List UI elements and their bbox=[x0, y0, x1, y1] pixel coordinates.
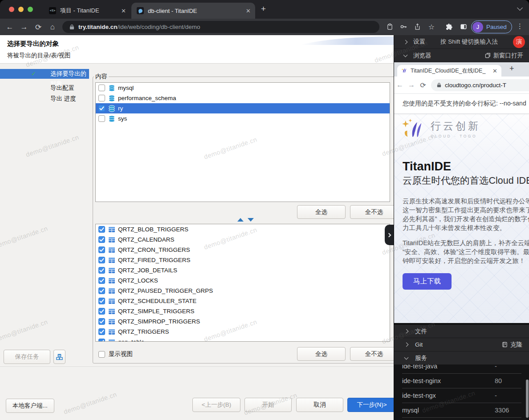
row-checkbox[interactable] bbox=[98, 339, 105, 342]
row-checkbox[interactable] bbox=[98, 226, 105, 233]
table-name: QRTZ_BLOB_TRIGGERS bbox=[118, 226, 188, 233]
wizard-step-1[interactable]: ✓选择要导出的对象 bbox=[0, 69, 89, 79]
password-key-icon[interactable] bbox=[398, 21, 409, 32]
service-row[interactable]: ide-test-nginx80 bbox=[402, 374, 521, 388]
database-row[interactable]: sys bbox=[96, 113, 390, 124]
reload-button[interactable]: ⟳ bbox=[33, 22, 44, 32]
browser-tab-project[interactable]: <t> 项目 - TitanIDE ✕ bbox=[44, 3, 130, 19]
address-bar[interactable]: try.titanide.cn/ide/web/coding/db-client… bbox=[62, 21, 379, 33]
product-paragraph-1: 云原生技术高速发展和后疫情时代远程办公等新这一智力密集型工作提出更高的要求也带来… bbox=[403, 197, 529, 232]
tab-search-chevron-icon[interactable] bbox=[517, 5, 523, 11]
select-none-button-top[interactable]: 全不选 bbox=[350, 205, 394, 219]
row-checkbox[interactable] bbox=[98, 85, 105, 91]
browser-menu-icon[interactable]: ⋮ bbox=[517, 22, 523, 30]
database-row[interactable]: performance_schema bbox=[96, 93, 390, 103]
embedded-new-tab-button[interactable]: + bbox=[509, 64, 514, 73]
previous-step-button[interactable]: <上一步(B) bbox=[192, 398, 240, 412]
database-row[interactable]: ry bbox=[96, 103, 390, 113]
window-minimize-button[interactable] bbox=[18, 7, 24, 12]
service-row[interactable]: ide-test-ngx- bbox=[402, 388, 521, 403]
profile-button[interactable]: J Paused bbox=[471, 20, 512, 33]
bookmark-star-icon[interactable]: ☆ bbox=[426, 21, 437, 32]
database-row[interactable]: mysql bbox=[96, 83, 390, 93]
table-row[interactable]: QRTZ_FIRED_TRIGGERS bbox=[96, 255, 390, 265]
select-none-button-bottom[interactable]: 全不选 bbox=[350, 347, 394, 361]
table-row[interactable]: QRTZ_CALENDARS bbox=[96, 234, 390, 245]
back-button[interactable]: ← bbox=[394, 81, 406, 89]
table-row[interactable]: QRTZ_JOB_DETAILS bbox=[96, 265, 390, 275]
forward-button[interactable]: → bbox=[406, 81, 417, 89]
clipboard-icon[interactable] bbox=[384, 21, 395, 32]
table-row[interactable]: QRTZ_SIMPLE_TRIGGERS bbox=[96, 306, 390, 316]
row-checkbox[interactable] bbox=[98, 257, 105, 263]
back-button[interactable]: ← bbox=[4, 22, 15, 32]
embedded-tab[interactable]: TitanIDE_CloudIDE_在线IDE_ ✕ bbox=[397, 65, 501, 77]
embedded-address-bar[interactable]: cloudtogo.cn/product-T bbox=[431, 79, 529, 91]
table-list[interactable]: QRTZ_BLOB_TRIGGERSQRTZ_CALENDARSQRTZ_CRO… bbox=[95, 224, 390, 342]
wizard-step-3[interactable]: 导出 进度 bbox=[0, 94, 89, 104]
git-section-header[interactable]: Git 克隆 bbox=[394, 338, 529, 351]
local-client-button[interactable]: 本地客户端... bbox=[6, 399, 54, 413]
row-checkbox[interactable] bbox=[98, 246, 105, 253]
show-views-checkbox[interactable] bbox=[98, 351, 105, 358]
row-checkbox[interactable] bbox=[98, 287, 105, 294]
select-all-button-top[interactable]: 全选 bbox=[297, 205, 346, 219]
side-panel-icon[interactable] bbox=[458, 21, 469, 32]
services-section-header[interactable]: 服务 bbox=[394, 351, 529, 365]
table-row[interactable]: QRTZ_TRIGGERS bbox=[96, 327, 390, 337]
save-task-button[interactable]: 保存任务 bbox=[4, 350, 50, 364]
settings-section-header[interactable]: 设置 按 Shift 键切换输入法 演 bbox=[394, 35, 529, 49]
table-row[interactable]: QRTZ_BLOB_TRIGGERS bbox=[96, 224, 390, 234]
home-button[interactable]: ⌂ bbox=[47, 22, 58, 32]
show-views-label: 显示视图 bbox=[109, 350, 133, 358]
row-checkbox[interactable] bbox=[98, 236, 105, 243]
browser-section-header[interactable]: 浏览器 新窗口打开 bbox=[394, 49, 529, 62]
table-row[interactable]: QRTZ_CRON_TRIGGERS bbox=[96, 245, 390, 255]
row-checkbox[interactable] bbox=[98, 95, 105, 101]
tab-close-icon[interactable]: ✕ bbox=[121, 8, 126, 14]
table-row[interactable]: QRTZ_SIMPROP_TRIGGERS bbox=[96, 316, 390, 327]
row-checkbox[interactable] bbox=[98, 328, 105, 335]
new-tab-button[interactable]: + bbox=[261, 4, 266, 14]
tab-close-icon[interactable]: ✕ bbox=[492, 68, 497, 74]
row-checkbox[interactable] bbox=[98, 267, 105, 274]
tab-close-icon[interactable]: ✕ bbox=[246, 8, 251, 14]
row-checkbox[interactable] bbox=[98, 308, 105, 315]
reload-button[interactable]: ⟳ bbox=[417, 81, 429, 89]
select-all-button-bottom[interactable]: 全选 bbox=[297, 347, 346, 361]
table-icon bbox=[108, 277, 115, 284]
panel-expander-handle[interactable] bbox=[385, 225, 394, 245]
row-checkbox[interactable] bbox=[98, 115, 105, 122]
service-row[interactable]: ide-test-java- bbox=[402, 365, 521, 374]
start-button[interactable]: 开始 bbox=[244, 398, 292, 412]
window-close-button[interactable] bbox=[9, 7, 14, 12]
save-task-icon-button[interactable] bbox=[53, 350, 65, 364]
table-row[interactable]: QRTZ_PAUSED_TRIGGER_GRPS bbox=[96, 286, 390, 296]
table-row[interactable]: gen_table bbox=[96, 337, 390, 342]
cancel-button[interactable]: 取消 bbox=[296, 398, 343, 412]
download-now-button[interactable]: 马上下载 bbox=[403, 273, 452, 290]
open-new-window-button[interactable]: 新窗口打开 bbox=[485, 52, 524, 60]
splitter-handle[interactable] bbox=[237, 218, 254, 222]
step-label: 导出 进度 bbox=[50, 94, 76, 104]
paragraph-line: 钟即可安装好，开启您的全云端开发之旅！ bbox=[403, 256, 529, 265]
git-clone-button[interactable]: 克隆 bbox=[502, 341, 522, 349]
service-row[interactable]: mysql3306 bbox=[402, 403, 521, 418]
next-step-button[interactable]: 下一步(N)> bbox=[347, 398, 394, 412]
forward-button[interactable]: → bbox=[19, 22, 29, 32]
table-row[interactable]: QRTZ_SCHEDULER_STATE bbox=[96, 296, 390, 306]
browser-tab-db-client[interactable]: db-client - TitanIDE ✕ bbox=[131, 3, 255, 19]
header-decoration bbox=[300, 36, 394, 46]
wizard-step-2[interactable]: 导出配置 bbox=[0, 83, 89, 93]
window-zoom-button[interactable] bbox=[28, 7, 33, 12]
files-section-header[interactable]: 文件 bbox=[394, 325, 529, 338]
extensions-puzzle-icon[interactable] bbox=[444, 21, 454, 32]
row-checkbox[interactable] bbox=[98, 277, 105, 284]
share-icon[interactable] bbox=[412, 21, 423, 32]
row-checkbox[interactable] bbox=[98, 318, 105, 325]
scrollbar-thumb[interactable] bbox=[526, 380, 529, 418]
table-row[interactable]: QRTZ_LOCKS bbox=[96, 275, 390, 286]
row-checkbox[interactable] bbox=[98, 298, 105, 304]
row-checkbox[interactable] bbox=[98, 105, 105, 112]
database-list[interactable]: mysqlperformance_schemarysys bbox=[95, 82, 390, 202]
